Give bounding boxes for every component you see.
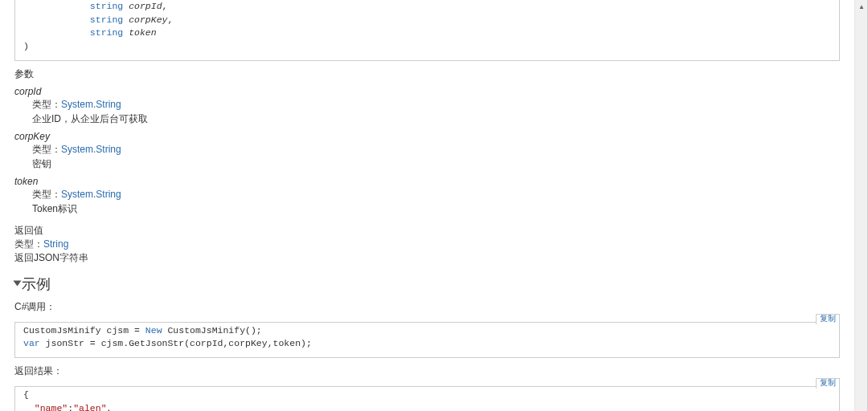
signature-line: string corpKey, [23, 14, 831, 27]
param-type-line: 类型：System.String [32, 187, 840, 201]
caret-down-icon [14, 280, 22, 286]
type-link[interactable]: System.String [61, 189, 121, 200]
result-label: 返回结果： [14, 364, 840, 378]
scroll-up-icon[interactable]: ▲ [855, 0, 868, 13]
params-heading: 参数 [14, 67, 840, 81]
param-name: corpKey [14, 131, 840, 142]
code-line: { [23, 389, 831, 402]
result-codebox: 复制 { "name":"alen", "age":18, "permissio… [14, 386, 840, 411]
call-codebox: 复制 CustomJsMinify cjsm = New CustomJsMin… [14, 322, 840, 358]
param-desc: Token标识 [32, 201, 840, 216]
return-type-prefix: 类型： [14, 238, 43, 250]
param-name: token [14, 176, 840, 187]
param-type-line: 类型：System.String [32, 97, 840, 112]
signature-line: string token [23, 26, 831, 40]
param-name: corpId [14, 86, 840, 97]
return-type-link[interactable]: String [43, 238, 68, 250]
type-link[interactable]: System.String [61, 144, 121, 155]
signature-line: string corpId, [23, 0, 831, 14]
signature-codebox: string corpId, string corpKey, string to… [14, 0, 840, 61]
return-desc: 返回JSON字符串 [14, 251, 840, 265]
return-type-line: 类型：String [14, 238, 840, 251]
doc-content: string corpId, string corpKey, string to… [0, 0, 854, 411]
signature-close: ) [23, 40, 831, 54]
param-type-line: 类型：System.String [32, 142, 840, 157]
code-line: "name":"alen", [23, 402, 831, 411]
example-header-text: 示例 [22, 276, 51, 292]
doc-viewport: string corpId, string corpKey, string to… [0, 0, 868, 411]
code-line: var jsonStr = cjsm.GetJsonStr(corpId,cor… [23, 337, 831, 351]
type-link[interactable]: System.String [61, 99, 121, 110]
copy-button[interactable]: 复制 [816, 314, 840, 324]
code-line: CustomJsMinify cjsm = New CustomJsMinify… [23, 324, 831, 338]
param-desc: 企业ID，从企业后台可获取 [32, 112, 840, 126]
param-desc: 密钥 [32, 157, 840, 171]
call-label: C#调用： [14, 300, 840, 314]
copy-button[interactable]: 复制 [816, 378, 840, 389]
example-header[interactable]: 示例 [14, 275, 840, 294]
vertical-scrollbar[interactable]: ▲ [854, 0, 867, 411]
return-label: 返回值 [14, 224, 840, 238]
